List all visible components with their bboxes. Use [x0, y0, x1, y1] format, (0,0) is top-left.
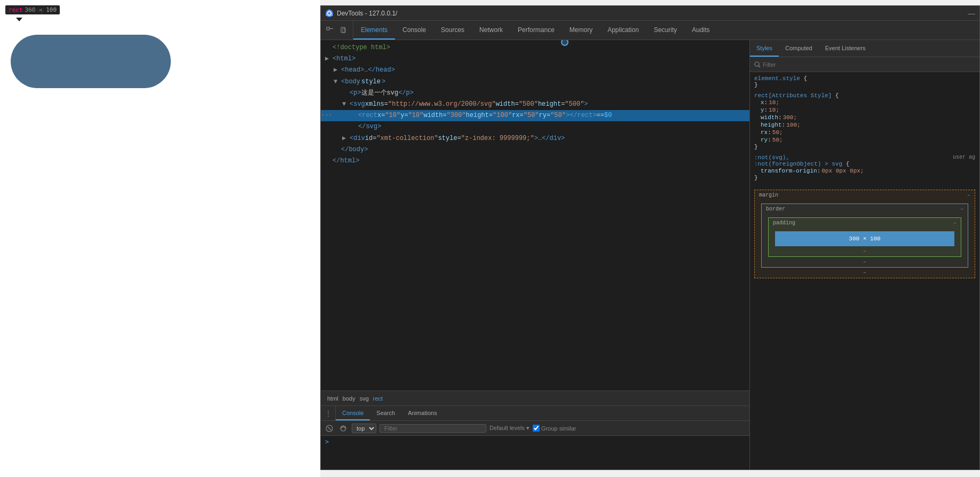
group-similar-checkbox[interactable]: Group similar — [533, 425, 576, 432]
box-model-section: margin – border – padding – — [754, 190, 975, 278]
dom-toggle-div[interactable]: ▶ — [342, 134, 350, 144]
bottom-content: > — [321, 436, 749, 470]
svg-line-8 — [328, 427, 331, 430]
box-margin: margin – border – padding – — [754, 190, 975, 278]
devtools-main-tabs: Elements Console Sources Network Perform… — [321, 21, 979, 40]
bottom-panel: ⋮ Console Search Animations top — [321, 405, 749, 470]
dom-line-html[interactable]: ▶ <html> — [321, 53, 749, 65]
styles-tabs: Styles Computed Event Listeners — [750, 40, 979, 57]
devtools-title: DevTools - 127.0.0.1/ — [337, 10, 968, 17]
filter-input[interactable] — [380, 424, 486, 433]
tab-security[interactable]: Security — [646, 21, 684, 40]
box-border: border – padding – 300 × 100 – — [761, 204, 968, 268]
dom-line-html-close[interactable]: </html> — [321, 155, 749, 167]
selected-indicator: ··· — [321, 111, 328, 121]
breadcrumb-body[interactable]: body — [341, 395, 358, 402]
tab-network[interactable]: Network — [472, 21, 510, 40]
tab-sources[interactable]: Sources — [433, 21, 472, 40]
devtools-titlebar: DevTools - 127.0.0.1/ — — [321, 6, 979, 21]
styles-tab-styles[interactable]: Styles — [750, 40, 779, 57]
tab-performance[interactable]: Performance — [510, 21, 562, 40]
dom-line-rect[interactable]: ··· <rect x="10" y="10" width="300" heig… — [321, 110, 749, 121]
breadcrumb-rect[interactable]: rect — [371, 395, 385, 402]
styles-filter-input[interactable] — [763, 61, 975, 68]
styles-panel: Styles Computed Event Listeners ele — [750, 40, 979, 470]
tooltip-arrow — [16, 18, 22, 21]
bottom-tab-animations[interactable]: Animations — [401, 406, 443, 420]
dom-line-body-close[interactable]: </body> — [321, 144, 749, 155]
bottom-tab-search[interactable]: Search — [370, 406, 401, 420]
more-options-icon[interactable]: ⋮ — [321, 406, 336, 420]
border-dash-bottom: – — [766, 259, 963, 265]
dom-line-head[interactable]: ▶ <head> … </head> — [321, 65, 749, 76]
tab-application[interactable]: Application — [600, 21, 646, 40]
stop-recording-button[interactable] — [338, 423, 349, 434]
dom-toggle-svg[interactable]: ▼ — [342, 99, 350, 110]
padding-label: padding — [773, 220, 795, 226]
styles-tab-computed[interactable]: Computed — [779, 40, 819, 57]
styles-filter-bar[interactable] — [750, 57, 979, 72]
dom-line-svg-close[interactable]: </svg> — [321, 121, 749, 132]
group-similar-label: Group similar — [541, 425, 576, 432]
clear-console-button[interactable] — [324, 423, 335, 434]
style-rule-not-svg: :not(svg), user ag :not(foreignObject) >… — [754, 154, 975, 181]
default-levels-text: Default levels ▾ — [489, 425, 529, 432]
border-label: border — [766, 206, 785, 212]
styles-content: element.style { } rect[Attributes Style]… — [750, 72, 979, 470]
margin-label: margin — [759, 192, 778, 198]
dom-toggle-body[interactable]: ▼ — [334, 77, 341, 87]
context-selector[interactable]: top — [352, 424, 376, 433]
svg-rect-3 — [327, 27, 329, 30]
close-button[interactable]: — — [968, 9, 975, 18]
devtools-tab-icons — [321, 21, 353, 40]
dom-tree[interactable]: <!doctype html> ▶ <html> ▶ <head> … — [321, 40, 749, 390]
chinese-text-label: 这是一个svg — [5, 5, 44, 15]
dom-toggle-html[interactable]: ▶ — [325, 54, 333, 64]
style-rule-attributes: rect[Attributes Style] { x : 10; y : 10; — [754, 92, 975, 150]
filter-search-icon — [754, 61, 761, 68]
chrome-icon — [325, 9, 334, 18]
padding-dash-top: – — [953, 220, 957, 226]
inspect-element-button[interactable] — [324, 25, 336, 36]
device-toolbar-button[interactable] — [338, 25, 350, 36]
dom-line-doctype: <!doctype html> — [321, 42, 749, 53]
border-dash-top: – — [960, 206, 963, 212]
preview-rect — [11, 35, 171, 88]
bottom-tab-console[interactable]: Console — [336, 406, 370, 420]
breadcrumb-bar: html body svg rect — [321, 390, 749, 405]
breadcrumb-svg[interactable]: svg — [358, 395, 371, 402]
tab-audits[interactable]: Audits — [684, 21, 717, 40]
style-rule-element-style: element.style { } — [754, 75, 975, 88]
margin-dash-bottom: – — [759, 270, 970, 276]
bottom-tabs: ⋮ Console Search Animations — [321, 406, 749, 421]
styles-tab-event-listeners[interactable]: Event Listeners — [819, 40, 872, 57]
margin-dash-top: – — [967, 192, 970, 198]
dom-line-body[interactable]: ▼ <body style > — [321, 76, 749, 88]
svg-preview — [5, 29, 187, 95]
bottom-toolbar: top Default levels ▾ Group similar — [321, 421, 749, 436]
dom-line-svg[interactable]: ▼ <svg xmlns="http://www.w3.org/2000/svg… — [321, 99, 749, 110]
dom-line-div[interactable]: ▶ <div id="xmt-collection" style="z-inde… — [321, 133, 749, 144]
console-prompt[interactable]: > — [325, 438, 329, 445]
box-padding: padding – 300 × 100 – — [768, 217, 961, 257]
breadcrumb-html[interactable]: html — [325, 395, 341, 402]
page-background: rect 300 × 100 这是一个svg DevTools - 127.0.… — [0, 0, 980, 477]
preview-svg — [5, 29, 187, 93]
tab-elements[interactable]: Elements — [353, 21, 395, 40]
dom-toggle-head[interactable]: ▶ — [334, 65, 341, 75]
preview-area: rect 300 × 100 这是一个svg — [0, 0, 320, 477]
svg-line-13 — [758, 66, 760, 67]
group-similar-check[interactable] — [533, 425, 540, 432]
svg-point-2 — [328, 12, 331, 14]
svg-point-12 — [755, 62, 759, 66]
tab-memory[interactable]: Memory — [562, 21, 600, 40]
tab-console[interactable]: Console — [395, 21, 433, 40]
padding-dash-bottom: – — [773, 248, 957, 254]
devtools-panel: DevTools - 127.0.0.1/ — Elements Console… — [320, 5, 980, 470]
box-content: 300 × 100 — [775, 231, 954, 246]
devtools-content-area: <!doctype html> ▶ <html> ▶ <head> … — [321, 40, 979, 470]
dom-line-p[interactable]: <p> 这是一个svg </p> — [321, 88, 749, 99]
dom-tree-panel: <!doctype html> ▶ <html> ▶ <head> … — [321, 40, 750, 470]
